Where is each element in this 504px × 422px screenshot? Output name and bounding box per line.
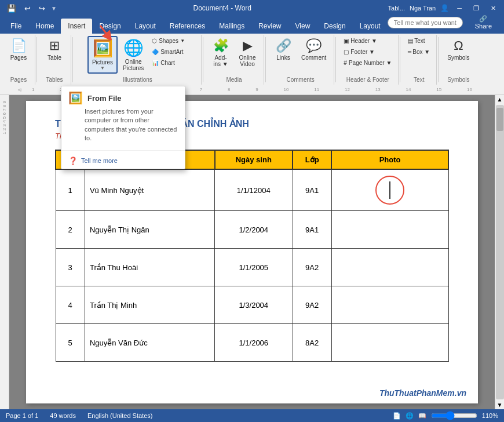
tables-label: Tables [42,75,67,85]
from-file-title: From File [87,95,122,103]
comment-button[interactable]: 💬 Comment [297,36,330,63]
pictures-icon: 🖼️ [93,39,113,58]
doc-area[interactable]: 🖼️ From File Insert pictures from your c… [9,95,495,409]
footer-button[interactable]: ▢ Footer ▼ [341,47,395,57]
header-footer-group: ▣ Header ▼ ▢ Footer ▼ # Page Number ▼ He… [337,35,399,85]
online-video-icon: ▶ [243,38,253,53]
cell-name: Trần Thu Hoài [85,249,214,286]
tab-mailings[interactable]: Mailings [212,19,251,34]
save-button[interactable]: 💾 [5,3,19,14]
pages-button[interactable]: 📄 Pages [6,36,31,63]
undo-button[interactable]: ↩ [22,3,33,14]
table-row: 5Nguyễn Văn Đức1/1/20068A2 [56,324,448,362]
header-lop: Lớp [293,150,331,169]
tab-insert[interactable]: Insert [61,19,92,34]
cell-photo[interactable] [331,169,448,211]
tab-label: Tabl... [388,5,405,12]
cell-photo[interactable] [331,286,448,324]
cell-name: Trần Thị Minh [85,286,214,324]
tell-me-input[interactable] [388,17,463,28]
header-button[interactable]: ▣ Header ▼ [341,36,395,46]
illustrations-group: 🖼️ Pictures ▼ 🌐 O [74,35,202,85]
tab-design2[interactable]: Design [317,19,352,34]
doc-page[interactable]: 🖼️ From File Insert pictures from your c… [26,101,478,403]
online-pictures-button[interactable]: 🌐 Online Pictures [119,36,148,74]
pages-label: Pages [6,75,31,85]
redo-button[interactable]: ↪ [36,3,48,14]
pictures-button[interactable]: 🖼️ Pictures ▼ [87,36,118,74]
illustrations-buttons: 🖼️ Pictures ▼ 🌐 O [87,36,188,75]
header-icon: ▣ [344,38,349,44]
view-read-icon[interactable]: 📖 [418,412,426,420]
table-button[interactable]: ⊞ Table [42,36,67,63]
cell-dob: 1/1/2005 [215,249,293,286]
title-bar-right: Tabl... Nga Tran 👤 ─ ❐ ✕ [388,3,499,13]
ribbon-tabs-row: File Home Insert Design Layout Reference… [0,16,504,34]
chart-button[interactable]: 📊 Chart [149,58,188,68]
scroll-track[interactable] [496,105,504,399]
close-button[interactable]: ✕ [487,3,499,13]
cell-lop: 9A1 [293,169,331,211]
smartart-icon: 🔷 [152,49,159,55]
links-button[interactable]: 🔗 Links [271,36,296,63]
scroll-down-button[interactable]: ▼ [496,401,504,409]
main-area: 1 2 3 4 5 6 7 8 9 🖼️ From File Insert pi… [0,95,504,409]
table-row: 2Nguyễn Thị Ngân1/2/20049A1 [56,211,448,249]
cell-tt: 5 [56,324,85,362]
tab-home[interactable]: Home [28,19,61,34]
restore-button[interactable]: ❐ [470,3,483,13]
cell-photo[interactable] [331,211,448,249]
cell-photo[interactable] [331,249,448,286]
cell-tt: 1 [56,169,85,211]
word-count: 49 words [50,412,76,419]
from-file-dropdown: 🖼️ From File Insert pictures from your c… [61,95,185,169]
view-web-icon[interactable]: 🌐 [406,412,414,420]
zoom-slider[interactable] [431,411,477,420]
tab-references[interactable]: References [163,19,212,34]
pages-buttons: 📄 Pages [6,36,31,75]
illustrations-label: Illustrations [78,75,198,85]
tab-layout[interactable]: Layout [128,19,163,34]
scrollbar[interactable]: ▲ ▼ [495,95,504,409]
symbols-button[interactable]: Ω Symbols [443,36,473,63]
share-button[interactable]: 🔗 Share [466,13,501,31]
online-video-button[interactable]: ▶ Online Video [235,36,260,70]
document-title: Document4 - Word [193,4,251,12]
from-file-icon: 🖼️ [68,95,83,105]
tab-layout2[interactable]: Layout [353,19,388,34]
cell-photo[interactable] [331,324,448,362]
tab-file[interactable]: File [3,19,28,34]
tab-view[interactable]: View [288,19,317,34]
pages-icon: 📄 [11,38,27,53]
status-right: 📄 🌐 📖 110% [393,411,498,420]
shapes-button[interactable]: ⬡ Shapes ▼ [149,36,188,46]
help-icon: ❓ [68,157,78,165]
dropdown-header: 🖼️ From File [61,95,185,107]
help-text: Tell me more [81,157,118,164]
status-bar: Page 1 of 1 49 words English (United Sta… [0,409,504,422]
title-bar-center: Document4 - Word [57,4,388,12]
cell-tt: 4 [56,286,85,324]
addins-buttons: 🧩 Add- ins ▼ ▶ Online Video [208,36,260,75]
dropdown-divider [61,150,185,151]
textbox-button[interactable]: ▤ Text [405,36,433,46]
view-print-icon[interactable]: 📄 [393,412,401,420]
user-name: Nga Tran [410,5,436,12]
addins-button[interactable]: 🧩 Add- ins ▼ [208,36,233,70]
table-row: 4Trần Thị Minh1/3/20049A2 [56,286,448,324]
textbox-icon2: ━ [408,49,411,55]
watermark: ThuThuatPhanMem.vn [379,388,466,398]
links-group: 🔗 Links 💬 Comment Comments [267,35,334,85]
addins-icon: 🧩 [213,38,229,53]
media-label: Media [208,75,260,85]
smartart-button[interactable]: 🔷 SmartArt [149,47,188,57]
symbols-icon: Ω [454,38,463,53]
page-number-button[interactable]: # Page Number ▼ [341,58,395,68]
scroll-up-button[interactable]: ▲ [496,95,504,104]
textbox-button2[interactable]: ━ Box ▼ [405,47,433,57]
tell-me-more-link[interactable]: ❓ Tell me more [61,153,185,169]
tab-review[interactable]: Review [251,19,288,34]
scroll-thumb[interactable] [496,108,503,131]
pages-group: 📄 Pages Pages [2,35,35,85]
minimize-button[interactable]: ─ [454,3,465,13]
